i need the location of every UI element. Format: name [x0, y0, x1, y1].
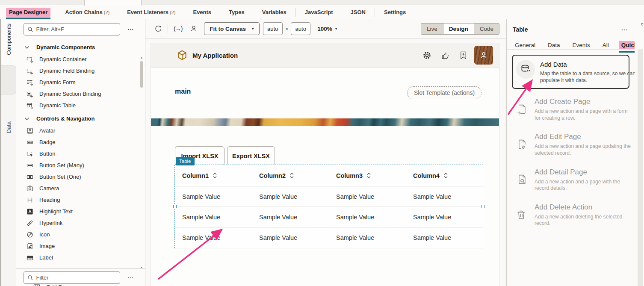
button-set-many-icon — [27, 162, 33, 169]
tab-general[interactable]: General — [513, 41, 538, 49]
tab-json[interactable]: JSON — [348, 5, 369, 19]
editor-tab-strip — [0, 0, 644, 5]
chevron-down-icon — [24, 45, 30, 50]
canvas-width-input[interactable] — [263, 22, 283, 35]
canvas-area: (→) Fit to Canvas ▾ × 100% ▾ Live Design… — [145, 19, 506, 286]
zoom-dropdown[interactable]: 100% ▾ — [317, 26, 337, 32]
tab-event-listeners[interactable]: Event Listeners(2) — [124, 5, 178, 19]
components-filter[interactable] — [24, 23, 120, 35]
table-cell: Sample Value — [175, 214, 252, 221]
table-row[interactable]: Sample Value Sample Value Sample Value S… — [175, 228, 483, 248]
components-filter-row: ••• — [16, 19, 145, 38]
component-dynamic-form[interactable]: Dynamic Form — [16, 77, 145, 88]
database-icon — [520, 64, 531, 75]
dimension-separator: × — [285, 26, 289, 32]
mode-live-button[interactable]: Live — [421, 23, 443, 35]
tab-events[interactable]: Events — [570, 41, 592, 49]
sort-icon[interactable] — [366, 172, 371, 179]
component-image[interactable]: Image — [16, 240, 145, 252]
quick-start-add-data[interactable]: Add Data Map the table to a data source,… — [512, 55, 629, 89]
components-filter-input[interactable] — [36, 26, 116, 32]
user-icon[interactable] — [190, 25, 198, 32]
fit-to-canvas-dropdown[interactable]: Fit to Canvas ▾ — [204, 22, 259, 35]
component-button[interactable]: Button — [16, 148, 145, 159]
component-icon[interactable]: Icon — [16, 229, 145, 240]
structure-overflow-button[interactable]: ••• — [128, 276, 134, 280]
components-overflow-button[interactable]: ••• — [128, 27, 134, 31]
scroll-up-icon[interactable]: ▲ — [139, 56, 144, 59]
section-dynamic-components[interactable]: Dynamic Components — [16, 41, 145, 53]
table-header-row: Column1 Column2 Column3 Column4 — [175, 165, 483, 186]
tab-page-designer[interactable]: Page Designer — [6, 5, 50, 19]
column-header[interactable]: Column4 — [406, 172, 483, 179]
component-hyperlink[interactable]: Hyperlink — [16, 217, 145, 229]
gear-icon[interactable] — [422, 51, 431, 60]
component-camera[interactable]: Camera — [16, 183, 145, 194]
slot-template-actions[interactable]: Slot Template (actions) — [407, 86, 482, 99]
component-dynamic-field-binding[interactable]: Dynamic Field Binding — [16, 65, 145, 77]
column-header[interactable]: Column2 — [252, 172, 329, 179]
refresh-icon[interactable] — [154, 25, 162, 32]
column-header[interactable]: Column1 — [175, 172, 252, 179]
sort-icon[interactable] — [290, 172, 294, 179]
component-dynamic-container[interactable]: Dynamic Container — [16, 53, 145, 65]
quick-start-item-title: Add Edit Page — [535, 133, 632, 141]
component-badge[interactable]: Badge — [16, 136, 145, 148]
user-avatar[interactable] — [474, 46, 493, 65]
section-controls-navigation[interactable]: Controls & Navigation — [16, 112, 145, 125]
canvas-height-input[interactable] — [291, 22, 310, 35]
editor-tab-2[interactable] — [43, 0, 84, 5]
component-highlight-text[interactable]: Highlight Text — [16, 206, 145, 217]
quick-start-item-description: Add a new action and a page with the rec… — [535, 179, 632, 192]
structure-filter-input[interactable] — [36, 274, 116, 281]
component-dynamic-table[interactable]: Dynamic Table — [16, 100, 145, 111]
tab-javascript[interactable]: JavaScript — [302, 5, 336, 19]
export-xlsx-button[interactable]: Export XLSX — [227, 146, 275, 165]
page-plus-icon — [516, 104, 527, 115]
collapsed-panel-label: ␣ — [642, 23, 644, 26]
properties-overflow-button[interactable]: ••• — [622, 28, 628, 32]
table-cell: Sample Value — [175, 193, 252, 200]
table-cell: Sample Value — [329, 214, 406, 221]
components-scrollbar[interactable]: ▲ ▼ — [139, 60, 144, 265]
component-label[interactable]: Label — [16, 252, 145, 263]
editor-tab-1[interactable] — [0, 0, 43, 5]
component-avatar[interactable]: Avatar — [16, 125, 145, 136]
selection-handle-right[interactable] — [482, 205, 485, 208]
table-row[interactable]: Sample Value Sample Value Sample Value S… — [175, 186, 483, 207]
search-icon — [27, 274, 33, 281]
right-scrollbar[interactable] — [638, 49, 643, 286]
sort-icon[interactable] — [213, 172, 217, 179]
grid-row-icon — [33, 283, 40, 286]
tab-variables[interactable]: Variables — [259, 5, 290, 19]
column-header[interactable]: Column3 — [329, 172, 406, 179]
tab-all[interactable]: All — [600, 41, 611, 49]
component-button-set-many[interactable]: Button Set (Many) — [16, 159, 145, 171]
table-cell: Sample Value — [329, 234, 406, 241]
properties-title: Table — [513, 26, 528, 33]
page-heading[interactable]: main — [175, 88, 191, 95]
insert-cursor-icon[interactable]: (→) — [174, 25, 182, 32]
scrollbar-thumb[interactable] — [140, 61, 143, 88]
selection-handle-left[interactable] — [173, 205, 177, 208]
tab-events[interactable]: Events — [190, 5, 214, 19]
tab-data[interactable]: Data — [546, 41, 562, 49]
tab-types[interactable]: Types — [226, 5, 248, 19]
tab-settings[interactable]: Settings — [381, 5, 409, 19]
table-row[interactable]: Sample Value Sample Value Sample Value S… — [175, 207, 483, 227]
structure-item-partial[interactable]: Grid Row — [16, 282, 69, 286]
designer-tabbar: Page Designer Action Chains(2) Event Lis… — [0, 5, 644, 19]
thumbs-up-icon[interactable] — [441, 51, 450, 60]
bookmark-plus-icon[interactable] — [459, 51, 467, 60]
mode-design-button[interactable]: Design — [443, 23, 474, 35]
component-heading[interactable]: Heading — [16, 194, 145, 206]
sort-icon[interactable] — [443, 172, 448, 179]
rail-tab-components[interactable]: Components — [1, 19, 17, 65]
mode-code-button[interactable]: Code — [474, 23, 499, 35]
camera-icon — [27, 185, 33, 192]
table-component[interactable]: Column1 Column2 Column3 Column4 Sample V… — [174, 165, 483, 248]
component-button-set-one[interactable]: Button Set (One) — [16, 171, 145, 183]
rail-tab-data[interactable]: Data — [1, 65, 16, 94]
component-dynamic-section-binding[interactable]: Dynamic Section Binding — [16, 88, 145, 100]
tab-action-chains[interactable]: Action Chains(2) — [62, 5, 112, 19]
